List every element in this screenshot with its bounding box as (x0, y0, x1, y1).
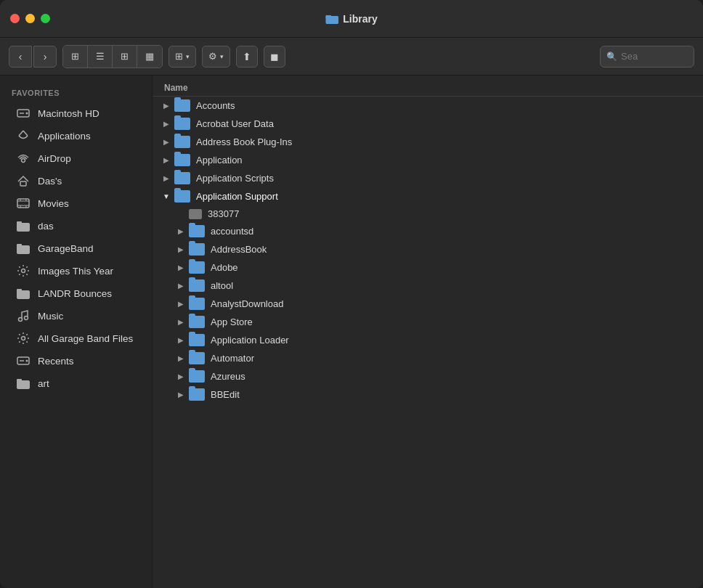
back-button[interactable]: ‹ (9, 46, 32, 68)
svg-point-20 (22, 269, 25, 273)
file-name: AddressBook (211, 244, 267, 255)
list-icon: ☰ (96, 51, 105, 62)
view-column-btn[interactable]: ⊞ (113, 46, 137, 68)
svg-point-24 (25, 317, 28, 320)
folder-icon (189, 334, 205, 346)
svg-point-27 (26, 360, 28, 362)
sidebar-item-applications[interactable]: Applications (4, 125, 147, 147)
nav-buttons: ‹ › (9, 46, 57, 68)
folder-icon (189, 388, 205, 401)
svg-line-6 (23, 131, 28, 136)
forward-button[interactable]: › (33, 46, 57, 68)
file-icon (189, 209, 202, 219)
sidebar-item-das[interactable]: das (4, 215, 147, 237)
svg-rect-30 (17, 379, 22, 382)
expand-arrow: ▶ (160, 102, 173, 110)
applications-icon (16, 128, 31, 143)
view-list-btn[interactable]: ☰ (88, 46, 113, 68)
file-row[interactable]: ▶ Application Loader (153, 331, 703, 349)
file-row[interactable]: ▶ AnalystDownload (153, 295, 703, 313)
gear3-icon (16, 331, 31, 346)
sidebar-item-label: Macintosh HD (38, 108, 99, 119)
sidebar-item-movies[interactable]: Movies (4, 192, 147, 214)
fullscreen-button[interactable] (41, 14, 50, 23)
file-row[interactable]: ▶ AddressBook (153, 240, 703, 258)
folder-icon (189, 370, 205, 383)
main-area: Favorites Macintosh HD Applicat (0, 75, 703, 588)
folder-icon (325, 14, 338, 24)
sidebar-item-art[interactable]: art (4, 372, 147, 394)
folder-icon (189, 352, 205, 364)
file-row[interactable]: ▶ accountsd (153, 222, 703, 240)
file-row[interactable]: ▶ altool (153, 277, 703, 295)
svg-rect-19 (17, 244, 22, 247)
expand-arrow: ▶ (174, 318, 187, 326)
file-name: Application Support (196, 191, 278, 202)
sidebar-item-macintosh-hd[interactable]: Macintosh HD (4, 102, 147, 124)
minimize-button[interactable] (25, 14, 35, 23)
sidebar-item-dass[interactable]: Das's (4, 170, 147, 192)
file-row[interactable]: ▶ Adobe (153, 258, 703, 277)
grid2-icon: ⊞ (175, 51, 183, 62)
title-folder-icon (325, 14, 338, 24)
forward-icon: › (44, 51, 47, 62)
file-row[interactable]: ▶ BBEdit (153, 385, 703, 404)
file-row[interactable]: ▶ Address Book Plug-Ins (153, 133, 703, 151)
expand-arrow: ▶ (174, 264, 187, 271)
sidebar-item-label: Das's (38, 176, 62, 187)
sidebar-item-images-this-year[interactable]: Images This Year (4, 260, 147, 282)
file-row[interactable]: ▶ 383077 (153, 205, 703, 222)
folder-icon (189, 261, 205, 274)
expand-arrow: ▼ (160, 192, 173, 200)
folder-icon (174, 154, 190, 166)
file-row[interactable]: ▶ Acrobat User Data (153, 115, 703, 133)
file-row[interactable]: ▶ Application Scripts (153, 169, 703, 187)
file-row[interactable]: ▶ App Store (153, 313, 703, 331)
file-name: Acrobat User Data (196, 118, 274, 129)
grid-icon: ⊞ (71, 51, 79, 62)
svg-line-5 (19, 131, 23, 136)
expand-arrow: ▶ (160, 174, 173, 182)
sidebar-item-music[interactable]: Music (4, 305, 147, 327)
file-row[interactable]: ▼ Application Support (153, 187, 703, 205)
folder-icon (189, 243, 205, 256)
view-gallery-btn[interactable]: ▦ (137, 46, 162, 68)
folder-small-icon2 (16, 241, 31, 256)
sidebar-item-all-garage-band-files[interactable]: All Garage Band Files (4, 327, 147, 349)
expand-arrow: ▶ (160, 120, 173, 128)
file-name: Azureus (211, 371, 245, 382)
sidebar-item-recents[interactable]: Recents (4, 350, 147, 372)
sidebar-item-airdrop[interactable]: AirDrop (4, 147, 147, 169)
action-dropdown[interactable]: ⚙ ▾ (202, 46, 230, 68)
arrange-dropdown[interactable]: ⊞ ▾ (168, 46, 196, 68)
close-button[interactable] (10, 14, 20, 23)
file-row[interactable]: ▶ Accounts (153, 97, 703, 115)
file-row[interactable]: ▶ Azureus (153, 367, 703, 385)
svg-point-25 (22, 337, 25, 340)
file-row[interactable]: ▶ Application (153, 151, 703, 169)
titlebar: Library (0, 0, 703, 38)
sidebar-item-garageband[interactable]: GarageBand (4, 237, 147, 259)
folder-icon (174, 190, 190, 203)
search-box[interactable]: 🔍 (600, 46, 694, 68)
airdrop-icon (16, 151, 31, 166)
file-name: 383077 (208, 208, 239, 219)
folder-icon (174, 172, 190, 184)
tag-button[interactable]: ◼ (264, 46, 285, 68)
svg-point-23 (19, 318, 23, 322)
sidebar-section-title: Favorites (0, 86, 152, 102)
expand-arrow: ▶ (174, 372, 187, 380)
share-button[interactable]: ⬆ (236, 46, 258, 68)
sidebar-item-label: Movies (38, 198, 69, 209)
file-name: Adobe (211, 262, 238, 273)
sidebar-item-label: das (38, 221, 54, 232)
search-input[interactable] (621, 51, 686, 62)
file-name: Accounts (196, 100, 235, 111)
folder-small-icon (16, 219, 31, 233)
view-icon-btn[interactable]: ⊞ (63, 46, 88, 68)
file-name: altool (211, 280, 233, 291)
file-name: AnalystDownload (211, 298, 283, 309)
sidebar-item-landr-bounces[interactable]: LANDR Bounces (4, 282, 147, 304)
file-row[interactable]: ▶ Automator (153, 349, 703, 367)
folder-small-icon3 (16, 286, 31, 301)
